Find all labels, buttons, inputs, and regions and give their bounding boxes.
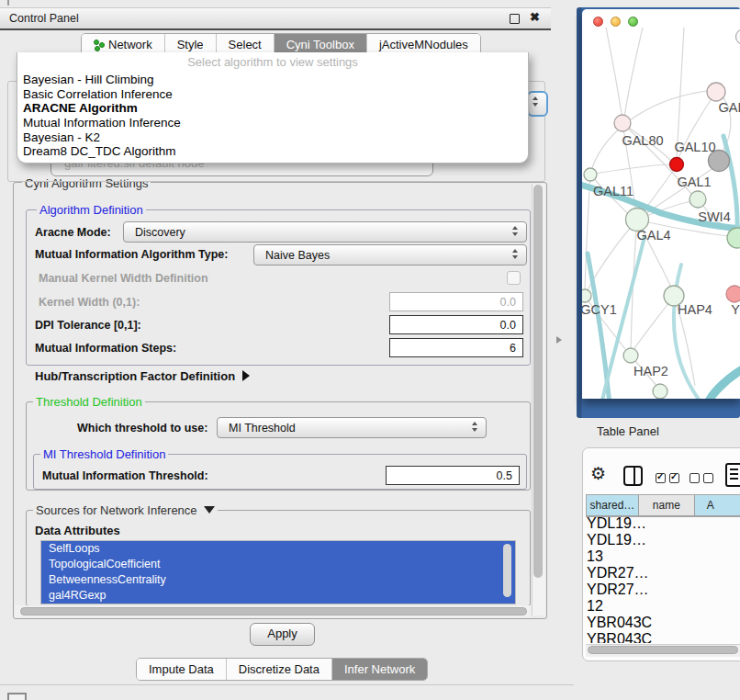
combobox-arrows-icon	[512, 226, 520, 236]
tab-label: Network	[108, 38, 152, 51]
table-cell: YDR27…	[587, 565, 653, 581]
mi-steps-label: Mutual Information Steps:	[35, 342, 176, 355]
network-icon	[94, 40, 104, 50]
node-gal11[interactable]	[584, 168, 597, 181]
select-all-checks-icon[interactable]	[656, 470, 683, 487]
data-attributes-list: SelfLoopsTopologicalCoefficientBetweenne…	[40, 540, 516, 604]
mi-type-label: Mutual Information Algorithm Type:	[35, 248, 228, 261]
table-row[interactable]: YDR27…YDR27…12	[587, 565, 740, 615]
mi-threshold-field[interactable]: 0.5	[386, 466, 520, 485]
attribute-item-gal4rgexp[interactable]: gal4RGexp	[41, 588, 515, 604]
dpi-tolerance-field[interactable]: 0.0	[389, 315, 523, 334]
table-row[interactable]: YBR043CYBR043C	[587, 615, 740, 643]
column-header-shared[interactable]: shared…	[587, 495, 639, 515]
mi-threshold-title: MI Threshold Definition	[40, 447, 168, 461]
apply-button[interactable]: Apply	[250, 623, 315, 646]
settings-hscrollbar-thumb[interactable]	[20, 607, 527, 615]
which-threshold-combobox[interactable]: MI Threshold	[217, 417, 487, 438]
data-attributes-label: Data Attributes	[35, 524, 120, 537]
mi-type-combobox[interactable]: Naive Bayes	[253, 244, 527, 265]
import-table-icon[interactable]	[725, 463, 740, 487]
algorithm-option-dream8-dc-tdc-algorithm[interactable]: Dream8 DC_TDC Algorithm	[17, 144, 528, 159]
node-gal1[interactable]	[690, 191, 706, 208]
table-cell: 12	[587, 598, 642, 615]
aracne-mode-combobox[interactable]: Discovery	[123, 221, 527, 243]
window-zoom-icon[interactable]	[628, 17, 638, 27]
kernel-width-field[interactable]: 0.0	[389, 292, 523, 311]
mi-threshold-label: Mutual Information Threshold:	[42, 469, 208, 482]
edge-highlighted	[674, 265, 700, 399]
node-unlabeled[interactable]	[670, 158, 684, 172]
control-panel-title: Control Panel	[9, 12, 79, 25]
algorithm-option-bayesian-k2[interactable]: Bayesian - K2	[17, 130, 528, 145]
gear-icon[interactable]: ⚙	[590, 463, 606, 484]
table-cell: YDL19…	[587, 532, 657, 548]
algorithm-dropdown-items: Bayesian - Hill ClimbingBasic Correlatio…	[17, 73, 528, 159]
split-pane-toggle-icon[interactable]	[556, 336, 562, 344]
which-threshold-label: Which threshold to use:	[77, 422, 207, 435]
tab-label: Select	[229, 38, 262, 51]
manual-kernel-checkbox[interactable]	[507, 271, 521, 285]
node-label-swi4: SWI4	[698, 209, 730, 224]
settings-scrollbar-thumb[interactable]	[533, 185, 543, 578]
column-header-name[interactable]: name	[639, 495, 695, 515]
algorithm-dropdown-popup: Select algorithm to view settings Bayesi…	[17, 52, 529, 164]
attribute-item-selfloops[interactable]: SelfLoops	[41, 541, 515, 557]
close-icon[interactable]: ✖	[530, 10, 540, 24]
algorithm-option-bayesian-hill-climbing[interactable]: Bayesian - Hill Climbing	[17, 73, 528, 87]
table-rows: YDL19…YDL19…13YDR27…YDR27…12YBR043CYBR04…	[587, 515, 740, 643]
edge-highlighted	[707, 367, 740, 399]
table-cell: YBR043C	[587, 631, 657, 643]
node-unlabeled[interactable]	[653, 384, 667, 399]
node-label-gal4: GAL4	[636, 228, 670, 243]
threshold-title: Threshold Definition	[33, 395, 145, 409]
hub-section-label: Hub/Transcription Factor Definition	[35, 369, 235, 383]
node-label-gal: GAL	[718, 100, 740, 115]
algorithm-combobox-stepper[interactable]	[527, 91, 548, 117]
node-label-gal1: GAL1	[677, 175, 711, 189]
deselect-checks-icon[interactable]	[690, 470, 717, 487]
table-cell: YDR27…	[587, 581, 657, 598]
tab-infer-network[interactable]: Infer Network	[332, 659, 427, 680]
tab-label: Impute Data	[149, 662, 214, 676]
aracne-mode-value: Discovery	[135, 226, 185, 239]
collapsed-arrow-icon	[242, 370, 250, 381]
columns-icon[interactable]	[623, 466, 643, 486]
network-canvas[interactable]: GALGAL80GAL10GAL11GAL1SWI4GAL4GCY1HAP4YH…	[582, 28, 740, 399]
window-minimize-icon[interactable]	[611, 17, 621, 27]
algorithm-dropdown-prompt: Select algorithm to view settings	[17, 52, 528, 73]
table-hscrollbar-thumb[interactable]	[588, 646, 738, 654]
edge	[590, 90, 714, 175]
node-y[interactable]	[726, 286, 740, 302]
window-close-icon[interactable]	[593, 17, 603, 27]
tab-label: Discretize Data	[239, 662, 320, 676]
algorithm-option-aracne-algorithm[interactable]: ARACNE Algorithm	[17, 101, 528, 116]
tab-impute-data[interactable]: Impute Data	[137, 659, 227, 680]
node-hap2[interactable]	[623, 348, 638, 363]
control-panel-titlebar[interactable]: Control Panel ✖	[0, 7, 551, 30]
attributes-scrollbar-thumb[interactable]	[503, 544, 511, 597]
attribute-item-topologicalcoefficient[interactable]: TopologicalCoefficient	[41, 557, 515, 572]
node-label-y: Y	[731, 302, 740, 317]
table-row[interactable]: YDL19…YDL19…13	[587, 515, 740, 565]
aracne-mode-label: Aracne Mode:	[35, 226, 111, 239]
algorithm-option-mutual-information-inference[interactable]: Mutual Information Inference	[17, 116, 528, 130]
mi-steps-field[interactable]: 6	[389, 338, 523, 357]
tab-label: Infer Network	[344, 662, 415, 676]
edge	[677, 28, 684, 158]
hub-section-toggle[interactable]: Hub/Transcription Factor Definition	[35, 369, 250, 383]
table-header-row: shared…nameA	[587, 495, 740, 516]
node-gcy1[interactable]	[582, 289, 591, 302]
tab-discretize-data[interactable]: Discretize Data	[227, 659, 332, 680]
mi-type-value: Naive Bayes	[265, 249, 330, 262]
combobox-arrows-icon	[472, 422, 479, 432]
node-gal80[interactable]	[614, 115, 631, 131]
panel-edge-mark	[7, 0, 9, 6]
float-window-icon[interactable]	[510, 14, 520, 24]
algorithm-option-basic-correlation-inference[interactable]: Basic Correlation Inference	[17, 87, 528, 102]
attribute-item-betweennesscentrality[interactable]: BetweennessCentrality	[41, 572, 515, 588]
bottom-panel-icon[interactable]	[7, 693, 27, 700]
node-gal[interactable]	[707, 83, 725, 101]
sources-toggle[interactable]: Sources for Network Inference	[33, 503, 218, 517]
column-header-a[interactable]: A	[695, 495, 740, 515]
